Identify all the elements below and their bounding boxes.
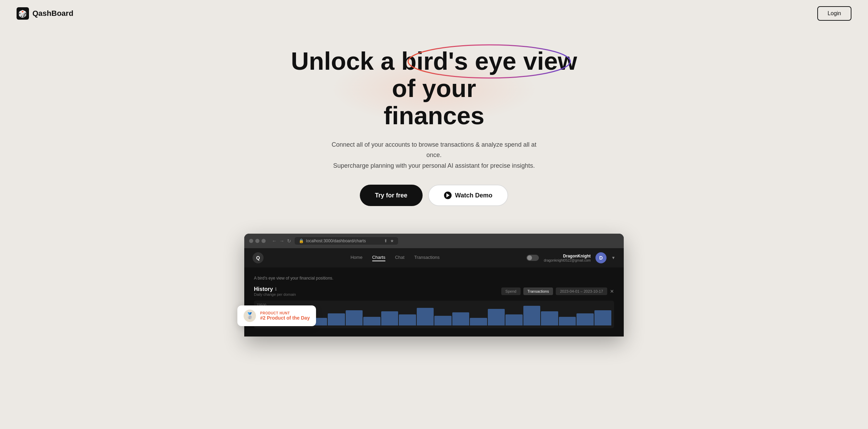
logo-icon: 🎲 <box>17 7 29 20</box>
history-info-icon: ℹ <box>275 287 277 292</box>
oval-decoration <box>406 42 572 80</box>
chart-bar <box>434 316 452 326</box>
title-line1: Unlock a <box>291 47 401 75</box>
share-icon[interactable]: ⬆ <box>384 238 387 243</box>
close-filter-icon[interactable]: ✕ <box>610 289 614 294</box>
toggle-thumb <box>527 255 532 260</box>
svg-text:🎲: 🎲 <box>18 10 27 18</box>
play-icon <box>444 192 452 199</box>
ph-rank: #2 Product of the Day <box>260 315 310 321</box>
chart-bar <box>417 308 434 325</box>
chart-bar <box>594 310 612 326</box>
login-button[interactable]: Login <box>817 6 851 21</box>
refresh-icon[interactable]: ↻ <box>287 238 291 244</box>
filter-spend-button[interactable]: Spend <box>501 287 521 295</box>
chart-bar <box>470 318 487 325</box>
dot-green <box>262 239 266 243</box>
chart-bar <box>346 310 363 326</box>
chart-bar <box>541 311 558 326</box>
history-header: History ℹ Daily change per domain Spend … <box>254 286 614 296</box>
address-bar[interactable]: 🔒 localhost:3000/dashboard/charts ⬆ ★ <box>295 237 398 245</box>
ph-label: PRODUCT HUNT <box>260 311 310 315</box>
product-hunt-badge: 🥈 PRODUCT HUNT #2 Product of the Day <box>237 305 316 326</box>
browser-chrome: ← → ↻ 🔒 localhost:3000/dashboard/charts … <box>244 234 624 248</box>
dot-red <box>249 239 253 243</box>
logo-text: QashBoard <box>32 9 73 18</box>
app-nav-right: DragonKnight dragonknight0522@gmail.com … <box>526 252 615 263</box>
app-nav-links: Home Charts Chat Transactions <box>351 255 440 261</box>
app-content: A bird's eye view of your financial posi… <box>244 267 624 337</box>
nav-home[interactable]: Home <box>351 255 363 261</box>
chart-bar <box>505 314 523 325</box>
try-free-button[interactable]: Try for free <box>360 185 423 206</box>
back-arrow-icon[interactable]: ← <box>272 238 277 244</box>
title-highlight: bird's eye view <box>401 48 577 75</box>
lock-icon: 🔒 <box>299 238 304 243</box>
browser-nav: ← → ↻ <box>272 238 291 244</box>
user-email: dragonknight0522@gmail.com <box>544 259 591 262</box>
history-subtitle: Daily change per domain <box>254 292 296 296</box>
history-title: History ℹ <box>254 286 296 292</box>
dot-yellow <box>255 239 259 243</box>
chart-bar <box>523 306 541 326</box>
history-left: History ℹ Daily change per domain <box>254 286 296 296</box>
forward-arrow-icon[interactable]: → <box>279 238 284 244</box>
chart-bar <box>399 314 416 325</box>
chart-bar <box>488 309 505 325</box>
watch-demo-button[interactable]: Watch Demo <box>428 185 508 206</box>
app-logo: Q <box>253 252 264 263</box>
user-info: DragonKnight dragonknight0522@gmail.com <box>544 254 591 262</box>
browser-dots <box>249 239 266 243</box>
chart-bar <box>559 317 576 326</box>
user-dropdown-icon[interactable]: ▼ <box>611 255 615 260</box>
hero-section: Unlock a bird's eye view of your finance… <box>0 27 868 220</box>
ph-text-area: PRODUCT HUNT #2 Product of the Day <box>260 311 310 321</box>
svg-point-2 <box>408 45 570 78</box>
user-avatar: D <box>595 252 606 263</box>
logo-area: 🎲 QashBoard <box>17 7 73 20</box>
watch-demo-label: Watch Demo <box>455 192 492 199</box>
filter-transactions-button[interactable]: Transactions <box>523 287 553 295</box>
nav-charts[interactable]: Charts <box>372 255 385 261</box>
star-icon[interactable]: ★ <box>390 238 394 243</box>
content-heading: A bird's eye view of your financial posi… <box>254 276 614 281</box>
chart-bar <box>328 313 345 325</box>
history-title-text: History <box>254 286 273 292</box>
ph-medal-icon: 🥈 <box>244 310 256 322</box>
navbar: 🎲 QashBoard Login <box>0 0 868 27</box>
hero-subtitle: Connect all of your accounts to browse t… <box>331 139 537 171</box>
chart-bar <box>363 317 381 326</box>
nav-chat[interactable]: Chat <box>395 255 404 261</box>
title-of: of your <box>392 75 476 102</box>
address-text: localhost:3000/dashboard/charts <box>306 238 366 243</box>
history-controls: Spend Transactions 2023-04-01 – 2023-10-… <box>501 287 614 295</box>
date-range-display: 2023-04-01 – 2023-10-17 <box>556 287 607 295</box>
browser-action-icons: ⬆ ★ <box>384 238 394 243</box>
chart-bar <box>381 311 398 326</box>
chart-bar <box>452 312 470 325</box>
cta-buttons: Try for free Watch Demo <box>360 185 508 206</box>
hero-title: Unlock a bird's eye view of your finance… <box>279 48 589 130</box>
subtitle-line2: Supercharge planning with your personal … <box>333 162 535 169</box>
theme-toggle[interactable] <box>526 255 539 261</box>
app-navbar: Q Home Charts Chat Transactions DragonKn… <box>244 248 624 267</box>
title-line2: finances <box>384 102 484 129</box>
nav-transactions[interactable]: Transactions <box>414 255 440 261</box>
user-name: DragonKnight <box>544 254 591 259</box>
chart-bar <box>576 313 594 325</box>
subtitle-line1: Connect all of your accounts to browse t… <box>332 141 536 159</box>
